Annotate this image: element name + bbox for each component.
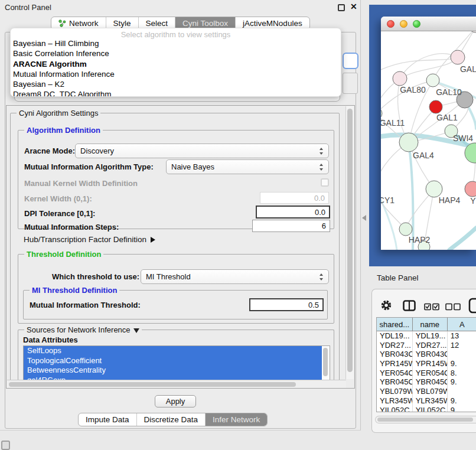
- network-node[interactable]: [465, 181, 476, 197]
- split-columns-icon[interactable]: [403, 300, 416, 311]
- apply-label: Apply: [166, 397, 185, 406]
- table-row[interactable]: YBR043CYBR043C: [377, 350, 476, 359]
- dpi-tolerance-label: DPI Tolerance [0,1]:: [24, 209, 95, 218]
- list-scrollbar[interactable]: [322, 347, 329, 383]
- panel-divider-arrow-icon[interactable]: [362, 215, 366, 221]
- minimize-window-icon[interactable]: [400, 20, 407, 28]
- network-window-titlebar[interactable]: [381, 17, 476, 31]
- table-row[interactable]: YPR145WYPR145W9.: [377, 359, 476, 369]
- aracne-mode-select[interactable]: Discovery: [75, 144, 329, 158]
- network-node[interactable]: [399, 133, 418, 152]
- scrollbar-thumb[interactable]: [377, 418, 473, 422]
- deselect-all-columns-icon[interactable]: [445, 303, 461, 311]
- network-node-label: GAL11: [381, 118, 405, 128]
- dock-panel-icon[interactable]: [1, 441, 10, 450]
- dpi-tolerance-field[interactable]: 0.0: [256, 206, 330, 219]
- aracne-mode-label: Aracne Mode:: [24, 146, 75, 155]
- data-attribute-item[interactable]: BetweennessCentrality: [24, 366, 322, 376]
- algorithm-option[interactable]: ARACNE Algorithm: [11, 59, 341, 69]
- network-node-label: HAP2: [409, 235, 431, 244]
- zoom-window-icon[interactable]: [413, 20, 420, 28]
- mi-threshold-field[interactable]: 0.5: [249, 298, 324, 311]
- tab-label: Impute Data: [86, 415, 129, 424]
- network-node-label: Y: [470, 196, 476, 206]
- network-node-label: SWI4: [453, 133, 473, 143]
- network-canvas[interactable]: GALGAL80GAL10GAL1GAL11SWI4GAL4GCY1HAP4YH…: [381, 31, 476, 250]
- network-node[interactable]: [426, 74, 439, 87]
- close-icon[interactable]: ✕: [350, 2, 357, 11]
- network-node[interactable]: [451, 50, 465, 64]
- table-row[interactable]: YIL052CYIL052C9: [377, 406, 476, 413]
- tab-infer-network[interactable]: Infer Network: [206, 413, 267, 426]
- mi-threshold-label: Mutual Information Threshold:: [30, 301, 141, 309]
- scrollbar-thumb[interactable]: [9, 382, 296, 387]
- horizontal-scrollbar[interactable]: [7, 380, 346, 388]
- column-header[interactable]: A: [448, 318, 476, 331]
- which-threshold-select[interactable]: MI Threshold: [141, 269, 329, 284]
- table-cell: YIL052C: [413, 406, 448, 413]
- hub-definition-label: Hub/Transcription Factor Definition: [24, 235, 146, 244]
- dpi-tolerance-value: 0.0: [315, 208, 325, 217]
- algorithm-option[interactable]: Basic Correlation Inference: [11, 48, 341, 58]
- combo-arrows-icon: [319, 163, 324, 171]
- algorithm-option[interactable]: Mutual Information Inference: [11, 69, 341, 79]
- hidden-group-fragment: [343, 73, 358, 94]
- table-cell: [448, 350, 476, 359]
- network-node[interactable]: [399, 223, 412, 236]
- threshold-definition-group: Threshold Definition Which threshold to …: [18, 254, 334, 324]
- table-cell: 9: [448, 406, 476, 413]
- scrollbar-thumb[interactable]: [347, 109, 353, 372]
- tab-impute-data[interactable]: Impute Data: [79, 413, 137, 426]
- table-panel-title: Table Panel: [377, 273, 419, 282]
- algorithm-option[interactable]: Dream8 DC_TDC Algorithm: [11, 89, 341, 97]
- table-horizontal-scrollbar[interactable]: [375, 416, 476, 423]
- table-cell: YIL052C: [377, 406, 413, 413]
- mi-algorithm-type-select[interactable]: Naive Bayes: [166, 159, 329, 174]
- hidden-combo-fragment: [343, 53, 358, 69]
- algorithm-option[interactable]: Bayesian – Hill Climbing: [11, 38, 341, 48]
- network-node-label: GAL: [460, 64, 476, 74]
- network-node[interactable]: [429, 100, 442, 113]
- data-attribute-item[interactable]: TopologicalCoefficient: [24, 356, 322, 366]
- tab-discretize-data[interactable]: Discretize Data: [137, 413, 206, 426]
- apply-button[interactable]: Apply: [155, 395, 196, 407]
- table-function-icon[interactable]: [468, 298, 476, 314]
- mi-threshold-value: 0.5: [308, 301, 319, 309]
- manual-kernel-label: Manual Kernel Width Definition: [24, 179, 138, 188]
- table-row[interactable]: YLR345WYLR345W9.: [377, 396, 476, 406]
- mi-steps-field[interactable]: 6: [252, 220, 330, 232]
- column-header[interactable]: shared...: [377, 318, 413, 331]
- table-cell: 13: [448, 331, 476, 341]
- close-window-icon[interactable]: [387, 20, 395, 28]
- table-row[interactable]: YER054CYER054C8.: [377, 369, 476, 378]
- table-row[interactable]: YBL079WYBL079W: [377, 387, 476, 396]
- tab-label: Infer Network: [213, 415, 260, 424]
- network-node-label: GAL10: [436, 87, 462, 97]
- float-window-icon[interactable]: [338, 4, 345, 11]
- kernel-width-label: Kernel Width (0,1):: [24, 194, 92, 203]
- manual-kernel-checkbox[interactable]: [321, 178, 329, 187]
- gear-icon[interactable]: [380, 299, 392, 311]
- table-cell: 9.: [448, 396, 476, 406]
- table-row[interactable]: YDL19...YDL19...13: [377, 331, 476, 341]
- network-node[interactable]: [426, 181, 442, 197]
- vertical-scrollbar[interactable]: [345, 106, 354, 379]
- kernel-width-value: 0.0: [314, 194, 325, 203]
- network-edge: [449, 228, 476, 250]
- column-header[interactable]: name: [413, 318, 448, 331]
- table-row[interactable]: YDR27...YDR27...12: [377, 341, 476, 350]
- data-attribute-item[interactable]: SelfLoops: [24, 346, 322, 356]
- tab-label: Style: [113, 19, 131, 28]
- table-cell: YER054C: [377, 369, 413, 378]
- select-all-columns-icon[interactable]: [424, 303, 439, 311]
- network-view-frame: GALGAL80GAL10GAL1GAL11SWI4GAL4GCY1HAP4YH…: [369, 5, 476, 266]
- scrollbar-thumb[interactable]: [323, 348, 328, 376]
- sources-title-text: Sources for Network Inference: [27, 325, 131, 334]
- network-node[interactable]: [393, 71, 407, 86]
- algorithm-option[interactable]: Bayesian – K2: [11, 79, 341, 89]
- network-node[interactable]: [381, 107, 382, 119]
- kernel-width-field[interactable]: 0.0: [260, 192, 329, 204]
- table-row[interactable]: YBR045CYBR045C9.: [377, 377, 476, 387]
- hub-definition-expander[interactable]: Hub/Transcription Factor Definition: [24, 235, 155, 244]
- expand-arrow-icon[interactable]: [133, 328, 139, 333]
